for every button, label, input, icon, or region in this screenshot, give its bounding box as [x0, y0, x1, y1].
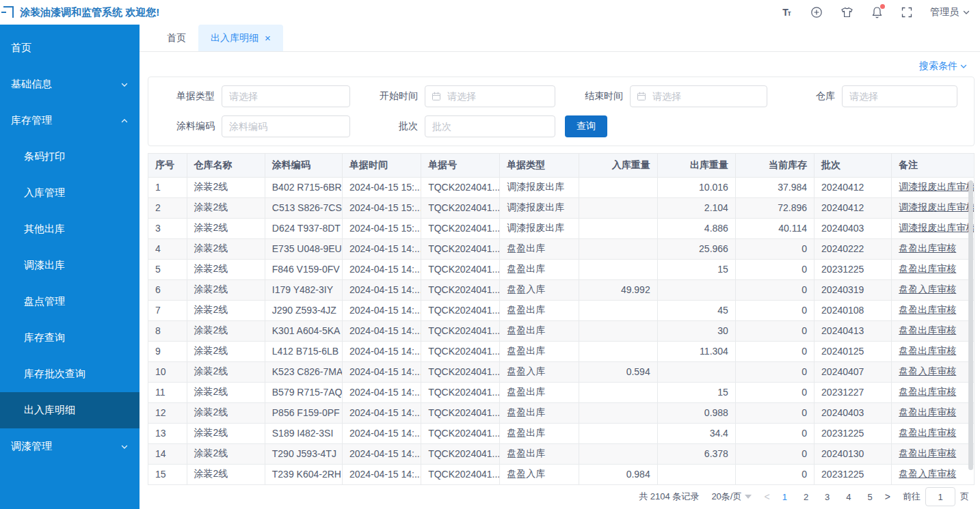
- menu-item-label: 调漆出库: [24, 259, 129, 272]
- theme-shirt-icon[interactable]: [840, 5, 853, 19]
- sidebar-subitem-调漆出库[interactable]: 调漆出库: [0, 247, 140, 284]
- records-table: 序号仓库名称涂料编码单据时间单据号单据类型入库重量出库重量当前库存批次备注 1涂…: [148, 153, 975, 485]
- remark-link[interactable]: 盘盈入库审核: [899, 366, 956, 376]
- prev-page-button[interactable]: <: [764, 491, 769, 502]
- input-wrap: [425, 115, 555, 137]
- remark-link[interactable]: 盘盈出库审核: [899, 243, 956, 253]
- cell-入库重量: [579, 197, 657, 218]
- sidebar-item-基础信息[interactable]: 基础信息: [0, 66, 140, 102]
- cell-批次: 20240413: [815, 320, 892, 341]
- menu-item-label: 库存查询: [24, 331, 129, 344]
- page-number-1[interactable]: 1: [782, 492, 787, 502]
- remark-link[interactable]: 调漆报废出库审核: [899, 181, 974, 192]
- sidebar-subitem-其他出库[interactable]: 其他出库: [0, 211, 140, 247]
- cell-单据类型: 盘盈入库: [500, 279, 579, 300]
- sidebar-item-首页[interactable]: 首页: [0, 30, 140, 66]
- sidebar-subitem-库存查询[interactable]: 库存查询: [0, 320, 140, 356]
- search-conditions-toggle[interactable]: 搜索条件: [919, 60, 968, 72]
- tab-home[interactable]: 首页: [155, 25, 198, 51]
- cell-单据号: TQCK2024041....: [421, 443, 500, 464]
- sidebar-subitem-条码打印[interactable]: 条码打印: [0, 139, 140, 175]
- cell-涂料编码: T290 J593-4TJ: [265, 443, 342, 464]
- cell-仓库名称: 涂装2线: [187, 279, 265, 300]
- remark-link[interactable]: 盘盈出库审核: [899, 304, 956, 315]
- remark-link[interactable]: 盘盈出库审核: [899, 448, 956, 458]
- remark-link[interactable]: 调漆报废出库审核: [899, 202, 974, 212]
- vertical-scrollbar[interactable]: [968, 178, 973, 483]
- cell-涂料编码: B579 R715-7AQ: [265, 382, 342, 402]
- field-label: 涂料编码: [157, 120, 215, 133]
- notification-bell-icon[interactable]: [870, 5, 884, 19]
- sidebar-subitem-盘点管理[interactable]: 盘点管理: [0, 284, 140, 320]
- page-number-2[interactable]: 2: [804, 492, 808, 502]
- cell-单据类型: 盘盈出库: [500, 402, 579, 423]
- query-button[interactable]: 查询: [565, 115, 607, 137]
- input-仓库[interactable]: [842, 85, 957, 107]
- cell-批次: 20231225: [815, 259, 892, 279]
- remark-link[interactable]: 盘盈出库审核: [899, 325, 956, 335]
- cell-单据类型: 调漆报废出库: [500, 197, 579, 218]
- cell-备注: 盘盈出库审核: [892, 423, 974, 443]
- remark-link[interactable]: 盘盈出库审核: [899, 345, 956, 356]
- user-menu[interactable]: 管理员: [930, 6, 970, 18]
- sidebar-subitem-库存批次查询[interactable]: 库存批次查询: [0, 356, 140, 392]
- cell-单据时间: 2024-04-15 14:...: [342, 382, 421, 402]
- plus-circle-icon[interactable]: [810, 5, 823, 19]
- input-单据类型[interactable]: [222, 85, 350, 107]
- input-结束时间[interactable]: [630, 85, 767, 107]
- search-field-仓库: 仓库: [777, 85, 967, 107]
- page-number-4[interactable]: 4: [846, 492, 851, 502]
- cell-涂料编码: J290 Z593-4JZ: [265, 300, 342, 320]
- cell-单据时间: 2024-04-15 14:...: [342, 443, 421, 464]
- next-page-button[interactable]: >: [885, 491, 890, 502]
- table-row: 5涂装2线F846 V159-0FV2024-04-15 14:...TQCK2…: [148, 259, 974, 279]
- remark-link[interactable]: 盘盈入库审核: [899, 284, 956, 294]
- cell-单据号: TQCK2024041....: [421, 382, 500, 402]
- tab-inout-detail[interactable]: 出入库明细 ×: [198, 25, 283, 51]
- page-number-3[interactable]: 3: [825, 492, 830, 502]
- cell-单据号: TQCK2024041....: [421, 259, 500, 279]
- remark-link[interactable]: 盘盈出库审核: [899, 427, 956, 438]
- remark-link[interactable]: 盘盈出库审核: [899, 407, 956, 417]
- tab-label: 首页: [167, 32, 186, 44]
- page-number-5[interactable]: 5: [868, 492, 873, 502]
- remark-link[interactable]: 调漆报废出库审核: [899, 222, 974, 233]
- menu-item-label: 其他出库: [24, 223, 129, 236]
- sidebar-item-库存管理[interactable]: 库存管理: [0, 102, 140, 139]
- remark-link[interactable]: 盘盈出库审核: [899, 263, 956, 274]
- sidebar-subitem-入库管理[interactable]: 入库管理: [0, 175, 140, 211]
- input-批次[interactable]: [425, 115, 555, 137]
- cell-单据类型: 调漆报废出库: [500, 177, 579, 197]
- cell-单据时间: 2024-04-15 14:...: [342, 320, 421, 341]
- cell-备注: 盘盈出库审核: [892, 300, 974, 320]
- fullscreen-icon[interactable]: [900, 5, 914, 19]
- cell-入库重量: [579, 402, 657, 423]
- cell-批次: 20240125: [815, 341, 892, 361]
- input-开始时间[interactable]: [425, 85, 555, 107]
- menu-item-label: 基础信息: [11, 78, 120, 91]
- cell-单据号: TQCK2024041....: [421, 361, 500, 382]
- cell-单据类型: 盘盈出库: [500, 259, 579, 279]
- cell-入库重量: [579, 382, 657, 402]
- sidebar-item-调漆管理[interactable]: 调漆管理: [0, 428, 140, 465]
- scrollbar-thumb[interactable]: [968, 180, 973, 470]
- table-row: 12涂装2线P856 F159-0PF2024-04-15 14:...TQCK…: [148, 402, 974, 423]
- font-size-icon[interactable]: Tт: [780, 5, 793, 19]
- remark-link[interactable]: 盘盈出库审核: [899, 386, 956, 397]
- cell-仓库名称: 涂装2线: [187, 177, 265, 197]
- sidebar-subitem-出入库明细[interactable]: 出入库明细: [0, 392, 140, 428]
- page-size-select[interactable]: 20条/页: [711, 491, 752, 503]
- close-icon[interactable]: ×: [265, 33, 271, 43]
- cell-出库重量: 10.016: [657, 177, 735, 197]
- field-label: 仓库: [777, 90, 835, 102]
- cell-批次: 20240403: [815, 218, 892, 238]
- remark-link[interactable]: 盘盈入库审核: [899, 468, 956, 479]
- chevron-down-icon: [962, 8, 970, 16]
- input-涂料编码[interactable]: [222, 115, 350, 137]
- menu-item-label: 入库管理: [24, 187, 129, 200]
- input-wrap: [630, 85, 767, 107]
- menu-item-label: 条码打印: [24, 150, 129, 163]
- column-header-备注: 备注: [892, 154, 974, 177]
- goto-page-input[interactable]: [925, 487, 955, 506]
- search-toggle-label: 搜索条件: [919, 60, 957, 72]
